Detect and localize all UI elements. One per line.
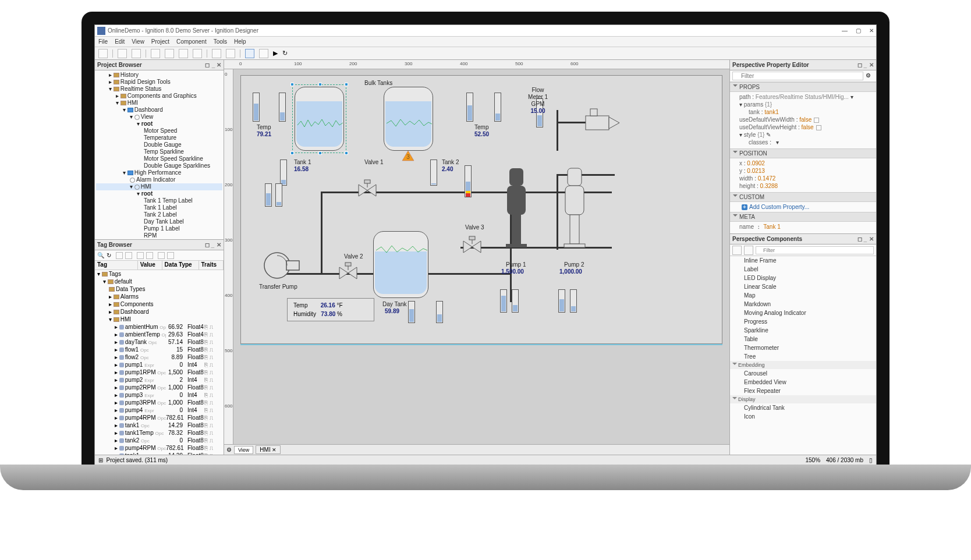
design-mode-icon[interactable] xyxy=(245,49,254,58)
thermometer[interactable] xyxy=(253,93,260,122)
component-item[interactable]: Thermometer xyxy=(730,343,876,352)
component-item[interactable]: Moving Analog Indicator xyxy=(730,309,876,317)
tag-row[interactable]: ▸ tank2 Opc0Float8⎘ ⎍ xyxy=(95,437,224,444)
new-tag-icon[interactable] xyxy=(116,252,123,259)
component-item[interactable]: Progress xyxy=(730,317,876,326)
undock-icon[interactable]: ◻ _ xyxy=(857,62,867,68)
view-grid-icon[interactable] xyxy=(732,246,742,255)
component-item[interactable]: Label xyxy=(730,265,876,274)
component-item[interactable]: Linear Scale xyxy=(730,282,876,291)
section-position[interactable]: POSITION xyxy=(730,148,876,158)
pump2-graphic[interactable] xyxy=(564,165,585,250)
tag-row[interactable]: ▸ tank1 Opc14.29Float8⎘ ⎍ xyxy=(95,421,224,429)
thermometer[interactable] xyxy=(558,289,565,313)
component-item[interactable]: Table xyxy=(730,335,876,343)
component-item[interactable]: Cylindrical Tank xyxy=(730,403,876,412)
undock-icon[interactable]: ◻ _ xyxy=(205,242,214,248)
collapse-icon[interactable] xyxy=(137,252,144,259)
project-tree[interactable]: ▸ History ▸ Rapid Design Tools ▾ Realtim… xyxy=(95,70,224,239)
tab-hmi[interactable]: HMI ✕ xyxy=(256,445,281,454)
section-custom[interactable]: CUSTOM xyxy=(730,192,876,202)
search-icon[interactable]: 🔍 xyxy=(97,252,104,258)
thermometer[interactable] xyxy=(512,289,519,313)
tag-row[interactable]: ▸ pump2 Expr2Int4⎘ ⎍ xyxy=(95,376,224,384)
pump1-graphic[interactable] xyxy=(506,165,527,250)
tag-row[interactable]: ▸ pump1RPM Opc1,500Float8⎘ ⎍ xyxy=(95,368,224,376)
play-icon[interactable]: ▶ xyxy=(273,49,278,57)
section-props[interactable]: PROPS xyxy=(730,82,876,92)
component-item[interactable]: Map xyxy=(730,291,876,300)
expand-icon[interactable] xyxy=(146,252,153,259)
grid-icon[interactable]: ⊞ xyxy=(98,457,103,463)
more-icon[interactable] xyxy=(167,252,174,259)
flow-meter-icon[interactable] xyxy=(586,104,621,139)
refresh-icon[interactable]: ↻ xyxy=(107,252,111,258)
preview-mode-icon[interactable] xyxy=(259,49,268,58)
undock-icon[interactable]: ◻ xyxy=(205,62,210,68)
valve-icon[interactable] xyxy=(359,185,376,196)
col-tag[interactable]: Tag xyxy=(95,261,138,270)
tag-row[interactable]: ▸ pump3RPM Opc1,000Float8⎘ ⎍ xyxy=(95,399,224,406)
close-panel-icon[interactable]: ✕ xyxy=(869,236,874,242)
tag-row[interactable]: ▸ pump1 Expr0Int4⎘ ⎍ xyxy=(95,361,224,368)
copy-icon[interactable] xyxy=(165,49,174,58)
menu-edit[interactable]: Edit xyxy=(115,38,125,45)
thermometer[interactable] xyxy=(466,93,473,122)
align2-icon[interactable] xyxy=(226,49,235,58)
component-item[interactable]: Carousel xyxy=(730,369,876,378)
thermometer[interactable] xyxy=(265,183,272,207)
tag-row[interactable]: ▸ pump4 Expr0Int4⎘ ⎍ xyxy=(95,406,224,414)
component-item[interactable]: LED Display xyxy=(730,274,876,282)
undock-icon[interactable]: ◻ _ xyxy=(857,236,867,242)
close-button[interactable]: ✕ xyxy=(869,27,874,34)
zoom-level[interactable]: 150% xyxy=(805,457,820,463)
component-list[interactable]: Inline FrameLabelLED DisplayLinear Scale… xyxy=(730,256,876,455)
thermometer[interactable] xyxy=(279,93,286,122)
tag-row[interactable]: ▸ pump3 Expr0Int4⎘ ⎍ xyxy=(95,391,224,399)
hmi-canvas[interactable]: Bulk Tanks 3 Temp 79.21 Temp 52.50 xyxy=(233,69,729,444)
component-item[interactable]: Embedded View xyxy=(730,378,876,387)
section-meta[interactable]: META xyxy=(730,212,876,222)
tag-row[interactable]: ▸ flow2 Opc8.89Float8⎘ ⎍ xyxy=(95,353,224,361)
save-icon[interactable] xyxy=(98,49,108,58)
thermometer[interactable] xyxy=(465,165,472,197)
cut-icon[interactable] xyxy=(151,49,160,58)
thermometer[interactable] xyxy=(275,183,282,207)
delete-icon[interactable] xyxy=(193,49,202,58)
menu-component[interactable]: Component xyxy=(176,38,207,45)
memory-icon[interactable]: ▯ xyxy=(869,457,873,463)
close-panel-icon[interactable]: _ ✕ xyxy=(212,62,221,68)
tag-grid[interactable]: ▾ Tags ▾ default Data Types ▸ Alarms ▸ C… xyxy=(95,270,224,455)
close-panel-icon[interactable]: ✕ xyxy=(869,62,874,68)
tag-row[interactable]: ▸ flow1 Opc15Float8⎘ ⎍ xyxy=(95,346,224,353)
component-item[interactable]: Tree xyxy=(730,352,876,361)
redo-icon[interactable] xyxy=(132,49,141,58)
col-traits[interactable]: Traits xyxy=(199,261,224,270)
tank2-graphic[interactable] xyxy=(384,87,433,151)
thermometer[interactable] xyxy=(436,301,443,323)
edit-icon[interactable] xyxy=(158,252,165,259)
thermometer[interactable] xyxy=(570,289,577,313)
thermometer[interactable] xyxy=(280,160,287,186)
thermometer[interactable] xyxy=(408,301,415,323)
tag-row[interactable]: ▸ pump4RPM Opc782.61Float8⎘ ⎍ xyxy=(95,444,224,452)
col-datatype[interactable]: Data Type xyxy=(162,261,199,270)
tag-row[interactable]: ▸ tank1Temp Opc78.32Float8⎘ ⎍ xyxy=(95,429,224,437)
prop-filter-input[interactable] xyxy=(732,72,863,80)
paste-icon[interactable] xyxy=(179,49,188,58)
daytank-graphic[interactable] xyxy=(373,231,428,298)
close-panel-icon[interactable]: ✕ xyxy=(217,242,221,248)
component-item[interactable]: Flex Repeater xyxy=(730,387,876,395)
import-icon[interactable] xyxy=(125,252,132,259)
component-filter-input[interactable] xyxy=(756,246,874,254)
menu-file[interactable]: File xyxy=(98,38,108,45)
component-item[interactable]: Icon xyxy=(730,412,876,421)
menu-view[interactable]: View xyxy=(132,38,144,45)
maximize-button[interactable]: ▢ xyxy=(856,27,861,34)
gear-icon[interactable]: ⚙ xyxy=(226,446,232,453)
gear-icon[interactable]: ⚙ xyxy=(866,72,874,80)
tag-row[interactable]: ▸ ambientHum Opc66.92Float4⎘ ⎍ xyxy=(95,323,224,331)
refresh-icon[interactable]: ↻ xyxy=(282,49,288,57)
menu-help[interactable]: Help xyxy=(234,38,246,45)
menu-tools[interactable]: Tools xyxy=(214,38,227,45)
